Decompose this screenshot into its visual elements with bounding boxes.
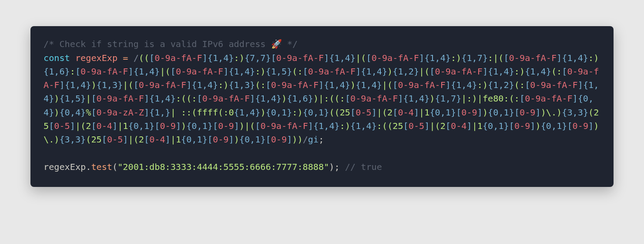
- code-token: [: [525, 80, 530, 90]
- code-token: 0-9a-zA-Z: [97, 107, 144, 118]
- code-token: {1,4}: [562, 53, 588, 63]
- code-token: |(2: [128, 134, 144, 145]
- code-token: 0-9a-fA-F: [80, 66, 128, 77]
- code-token: {1,4}: [525, 66, 551, 77]
- code-token: [: [266, 134, 271, 145]
- code-token: ((25: [329, 107, 350, 118]
- code-token: |(: [160, 66, 170, 77]
- code-token: :): [218, 80, 228, 90]
- code-token: ): [483, 107, 488, 118]
- code-token: {1,4}: [313, 121, 340, 131]
- code-token: |(2: [377, 107, 392, 118]
- code-token: ]: [128, 66, 133, 77]
- code-token: :): [234, 53, 245, 63]
- code-token: {1,3}: [97, 80, 123, 90]
- code-token: 0-5: [107, 134, 123, 145]
- code-token: ]: [186, 80, 191, 90]
- code-token: {3,3}: [59, 134, 86, 145]
- code-token: :): [588, 53, 599, 63]
- code-token: {1,4}: [403, 93, 430, 104]
- code-token: 0-5: [356, 107, 371, 118]
- code-token: 0-9: [218, 121, 234, 131]
- code-token: 0-5: [54, 121, 70, 131]
- code-token: 0-4: [451, 121, 466, 131]
- code-token: ): [234, 134, 239, 145]
- code-token: {1,4}: [65, 80, 91, 90]
- code-token: {1,4}: [149, 93, 176, 104]
- code-token: {1,2}: [392, 66, 419, 77]
- code-token: [: [208, 134, 213, 145]
- code-token: :): [514, 66, 525, 77]
- code-token: ]: [234, 121, 239, 131]
- code-token: | ::(ffff(:0: [171, 107, 234, 118]
- code-token: [: [520, 93, 525, 104]
- code-token: ]: [308, 121, 313, 131]
- code-token: 0-9a-fA-F: [202, 93, 250, 104]
- code-token: ]: [144, 93, 149, 104]
- code-token: {0,1}: [541, 121, 567, 131]
- code-token: ): [350, 80, 356, 90]
- code-token: ]: [466, 121, 472, 131]
- code-token: [: [403, 121, 409, 131]
- code-token: /* Check if string is a valid IPv6 addre…: [44, 39, 271, 49]
- code-token: =: [123, 53, 128, 63]
- code-token: {1,5}: [59, 93, 86, 104]
- code-token: ]: [70, 121, 75, 131]
- code-token: :((:: [176, 93, 197, 104]
- code-token: {1,}: [149, 107, 171, 118]
- code-token: ): [54, 93, 59, 104]
- code-token: 0-9a-fA-F: [398, 80, 445, 90]
- code-token: [: [392, 80, 398, 90]
- code-token: {1,4}: [234, 107, 261, 118]
- code-token: {1,4}: [350, 121, 377, 131]
- code-token: ]: [223, 66, 228, 77]
- code-token: ): [91, 80, 96, 90]
- code-token: [340, 162, 345, 172]
- code-token: ]: [324, 53, 329, 63]
- code-token: |1: [171, 134, 181, 145]
- code-token: {1,4}: [255, 93, 282, 104]
- code-token: :): [292, 107, 302, 118]
- code-token: |1: [419, 107, 429, 118]
- code-token: [: [102, 134, 107, 145]
- code-token: [: [171, 66, 176, 77]
- code-token: :): [451, 53, 461, 63]
- code-token: [: [562, 66, 567, 77]
- code-token: %: [86, 107, 91, 118]
- code-token: [: [149, 53, 154, 63]
- code-token: {1,7}: [435, 93, 462, 104]
- code-token: )|:((:: [313, 93, 345, 104]
- code-token: {0,1}: [128, 121, 155, 131]
- code-token: ]: [356, 66, 361, 77]
- code-token: |: [86, 93, 91, 104]
- code-token: 0-4: [398, 107, 413, 118]
- code-token: {1,4}: [451, 80, 477, 90]
- code-token: (:: [514, 80, 525, 90]
- code-token: |(: [356, 53, 366, 63]
- code-token: {0,1}: [429, 107, 456, 118]
- code-token: {1,4}: [356, 80, 382, 90]
- code-token: |(2: [75, 121, 91, 131]
- code-token: {0,1}: [186, 121, 213, 131]
- code-token: 0-4: [149, 134, 165, 145]
- code-token: ((: [139, 53, 149, 63]
- code-token: 0-9a-fA-F: [308, 66, 356, 77]
- code-token: 0-4: [97, 121, 112, 131]
- code-token: 0-9: [461, 107, 477, 118]
- code-token: ]: [165, 134, 171, 145]
- code-token: {0,1}: [488, 107, 514, 118]
- code-token: {1,4}: [228, 66, 255, 77]
- code-token: 0-9a-fA-F: [97, 93, 144, 104]
- code-token: // true: [345, 162, 382, 172]
- code-token: ]: [176, 121, 181, 131]
- code-token: :): [255, 66, 265, 77]
- code-token: 0-9a-fA-F: [176, 66, 223, 77]
- code-token: {0,4}: [59, 107, 86, 118]
- code-token: [70, 53, 75, 63]
- code-token: [: [514, 107, 520, 118]
- code-token: regexExp: [44, 162, 86, 172]
- code-token: ): [387, 66, 392, 77]
- code-token: ;: [319, 134, 324, 145]
- code-token: [: [197, 93, 202, 104]
- code-token: [: [91, 93, 96, 104]
